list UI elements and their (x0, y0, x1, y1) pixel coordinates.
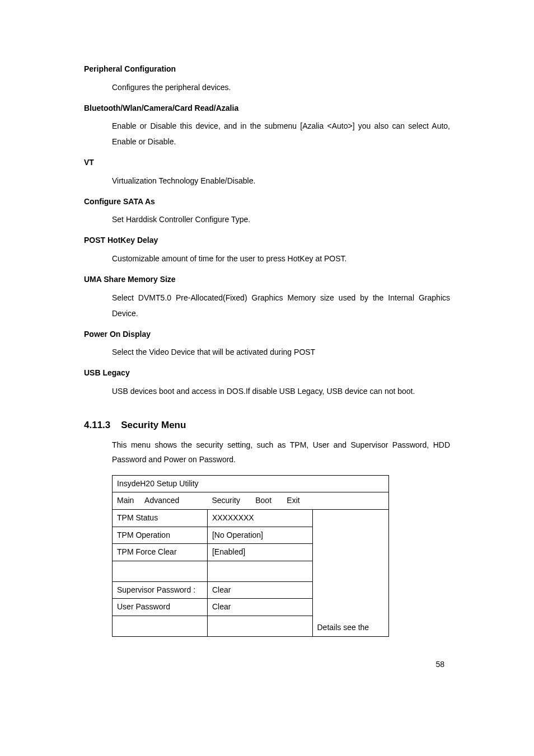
table-row: TPM Status XXXXXXXX Details see the (113, 509, 389, 527)
section-heading-sata: Configure SATA As (84, 196, 450, 208)
bios-header: InsydeH20 Setup Utility (113, 475, 389, 492)
bios-tab-main: Main (117, 496, 134, 505)
section-heading-usb-legacy: USB Legacy (84, 368, 450, 379)
security-menu-heading: 4.11.3 Security Menu (84, 419, 450, 432)
section-body-power-on-display: Select the Video Device that will be act… (112, 344, 450, 360)
bios-tab-boot: Boot (255, 496, 271, 505)
supervisor-password-label: Supervisor Password : (113, 581, 208, 599)
user-password-value: Clear (207, 599, 312, 616)
section-body-peripheral: Configures the peripheral devices. (112, 79, 450, 95)
bios-tabs-row: Main Advanced Security Boot Exit (113, 492, 389, 510)
tpm-operation-label: TPM Operation (113, 527, 208, 544)
security-menu-intro: This menu shows the security setting, su… (112, 438, 450, 467)
bios-table: InsydeH20 Setup Utility Main Advanced Se… (112, 475, 389, 637)
section-body-bluetooth: Enable or Disable this device, and in th… (112, 118, 450, 149)
tpm-force-clear-label: TPM Force Clear (113, 544, 208, 561)
bios-tab-exit: Exit (287, 496, 299, 505)
user-password-label: User Password (113, 599, 208, 616)
section-heading-vt: VT (84, 157, 450, 168)
section-heading-power-on-display: Power On Display (84, 329, 450, 340)
section-body-uma: Select DVMT5.0 Pre-Allocated(Fixed) Grap… (112, 290, 450, 321)
section-body-vt: Virtualization Technology Enable/Disable… (112, 173, 450, 189)
section-heading-post-hotkey: POST HotKey Delay (84, 235, 450, 246)
section-body-post-hotkey: Customizable amount of time for the user… (112, 251, 450, 266)
section-body-sata: Set Harddisk Controller Configure Type. (112, 212, 450, 227)
tpm-operation-value: [No Operation] (207, 527, 312, 544)
tpm-status-value: XXXXXXXX (207, 509, 312, 527)
bios-tab-advanced: Advanced (144, 496, 179, 505)
heading-number: 4.11.3 (84, 420, 110, 430)
section-heading-peripheral: Peripheral Configuration (84, 64, 450, 75)
heading-text: Security Menu (121, 420, 186, 430)
tpm-force-clear-value: [Enabled] (207, 544, 312, 561)
section-heading-bluetooth: Bluetooth/Wlan/Camera/Card Read/Azalia (84, 103, 450, 114)
supervisor-password-value: Clear (207, 581, 312, 599)
bios-tab-security: Security (212, 496, 240, 505)
tpm-status-label: TPM Status (113, 509, 208, 527)
bios-side-help: Details see the (312, 509, 389, 636)
section-heading-uma: UMA Share Memory Size (84, 274, 450, 285)
page-number: 58 (84, 659, 450, 670)
section-body-usb-legacy: USB devices boot and access in DOS.If di… (112, 383, 450, 399)
